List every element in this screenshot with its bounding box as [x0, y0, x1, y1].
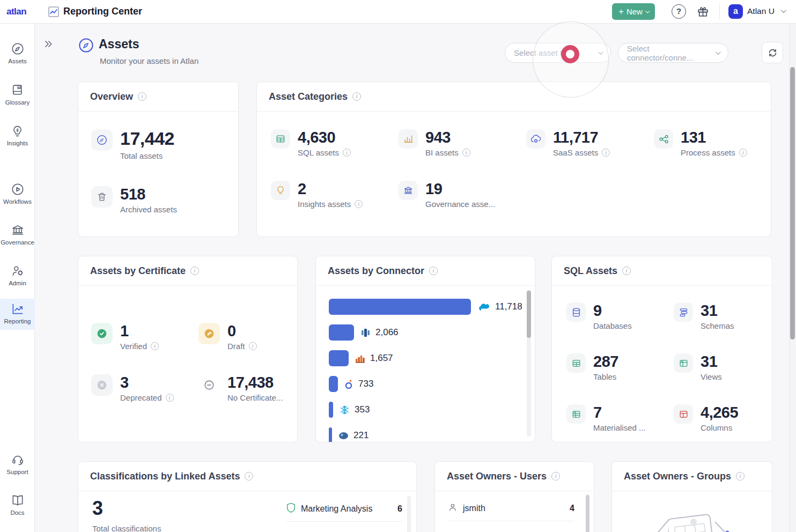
sidebar-item-label: Admin — [0, 280, 35, 286]
bar[interactable] — [329, 324, 354, 341]
info-icon[interactable] — [622, 267, 631, 275]
stat-label: BI assets — [425, 148, 459, 157]
user-menu[interactable]: Atlan U — [747, 6, 775, 16]
bar-value: 733 — [358, 379, 373, 389]
bar-chart-icon — [399, 129, 418, 149]
stat-value: 943 — [425, 129, 470, 145]
sidebar-item-assets[interactable]: Assets — [0, 39, 35, 64]
materialised-view-icon — [566, 404, 586, 424]
bar-row[interactable]: 733 — [329, 376, 373, 392]
list-scrollbar-track[interactable] — [407, 496, 411, 532]
info-icon[interactable] — [739, 149, 747, 157]
stat-label: Views — [701, 372, 722, 381]
asset-type-select[interactable]: Select asset type — [505, 43, 611, 63]
shield-icon — [286, 503, 296, 515]
sidebar: Assets Glossary Insights Workflows Gover… — [0, 24, 35, 532]
info-icon[interactable] — [355, 200, 363, 208]
gift-icon[interactable] — [696, 5, 710, 20]
chevron-down-icon — [645, 9, 650, 13]
chart-scrollbar-thumb[interactable] — [527, 291, 531, 338]
no-certificate-icon — [198, 374, 220, 396]
refresh-button[interactable] — [762, 42, 783, 63]
bar[interactable] — [329, 299, 471, 315]
card-title: Overview — [90, 91, 133, 102]
sidebar-item-label: Insights — [0, 140, 35, 146]
asset-owners-groups-card: Asset Owners - Groups — [611, 461, 772, 532]
bar[interactable] — [329, 427, 332, 442]
stat-value: 11,717 — [553, 129, 610, 145]
info-icon[interactable] — [551, 472, 560, 481]
bar[interactable] — [329, 350, 349, 366]
trash-icon — [91, 186, 113, 208]
info-icon[interactable] — [352, 92, 361, 101]
bar-row[interactable]: 2,066 — [329, 324, 399, 341]
bar-value: 353 — [355, 404, 370, 415]
bar-row[interactable]: 221 — [329, 427, 368, 442]
sidebar-item-workflows[interactable]: Workflows — [0, 179, 35, 205]
info-icon[interactable] — [249, 342, 257, 350]
bar-row[interactable]: 353 — [329, 402, 370, 418]
classification-row[interactable]: Marketing Analysis 6 — [286, 503, 402, 522]
info-icon[interactable] — [166, 394, 174, 402]
info-icon[interactable] — [245, 472, 253, 481]
info-icon[interactable] — [602, 149, 610, 157]
bar-value: 221 — [353, 430, 368, 441]
compass-icon — [91, 129, 113, 151]
user-row[interactable]: jsmith 4 — [448, 503, 574, 521]
stat-value: 4,265 — [701, 404, 738, 420]
info-icon[interactable] — [138, 92, 146, 101]
stat-value: 287 — [593, 353, 618, 370]
bar[interactable] — [329, 402, 333, 418]
connector-select[interactable]: Select connector/conne... — [618, 43, 728, 63]
new-button[interactable]: New — [612, 3, 655, 20]
app-title: Reporting Center — [63, 6, 142, 17]
page-scrollbar-thumb[interactable] — [790, 67, 795, 339]
bar[interactable] — [329, 376, 338, 392]
cloud-icon — [526, 129, 546, 149]
select-placeholder: Select connector/conne... — [627, 44, 716, 62]
bar-value: 1,657 — [370, 353, 393, 364]
stat-value: 0 — [227, 323, 257, 339]
stat-label: Total assets — [120, 151, 163, 160]
atlan-logo[interactable]: atlan — [6, 6, 26, 17]
sidebar-item-insights[interactable]: Insights — [0, 121, 35, 146]
sidebar-item-label: Governance — [0, 239, 35, 246]
sidebar-collapse-icon[interactable] — [43, 39, 54, 51]
bar-row[interactable]: 1,657 — [329, 350, 393, 366]
info-icon[interactable] — [190, 267, 199, 275]
list-scrollbar-thumb[interactable] — [586, 495, 589, 532]
sidebar-item-docs[interactable]: Docs — [0, 490, 35, 516]
card-title: Asset Owners - Groups — [624, 471, 731, 482]
card-title: SQL Assets — [564, 265, 617, 277]
stat-label: Deprecated — [120, 393, 162, 402]
sidebar-item-glossary[interactable]: Glossary — [0, 80, 35, 106]
info-icon[interactable] — [151, 342, 159, 350]
select-placeholder: Select asset type — [514, 48, 575, 57]
sidebar-item-label: Docs — [0, 509, 35, 516]
sidebar-item-support[interactable]: Support — [0, 449, 35, 475]
info-icon[interactable] — [736, 472, 745, 481]
sidebar-item-admin[interactable]: Admin — [0, 261, 35, 286]
sidebar-item-governance[interactable]: Governance — [0, 220, 35, 246]
stat-label: Columns — [701, 423, 732, 432]
page-subtitle: Monitor your assets in Atlan — [100, 56, 198, 65]
new-button-label: New — [627, 7, 643, 16]
info-icon[interactable] — [462, 149, 470, 157]
info-icon[interactable] — [343, 149, 351, 157]
postgres-icon — [338, 432, 349, 440]
stat-label: Draft — [227, 342, 245, 351]
process-icon — [654, 129, 673, 149]
stat-label: No Certificate... — [227, 393, 283, 402]
total-classifications-label: Total classifications — [92, 524, 161, 532]
stat-value: 17,442 — [120, 129, 174, 149]
stat-label: SaaS assets — [553, 148, 598, 157]
stat-label: Databases — [593, 321, 632, 330]
redshift-icon — [355, 354, 365, 363]
bar-row[interactable]: 11,718 — [329, 299, 522, 315]
info-icon[interactable] — [429, 267, 438, 275]
help-icon[interactable] — [672, 4, 686, 19]
stat-label: Governance asse... — [425, 200, 495, 209]
sidebar-item-reporting[interactable]: Reporting — [0, 299, 35, 330]
connector-bar-chart: 11,718 2,066 1,657 7 — [316, 286, 535, 442]
user-avatar[interactable] — [728, 4, 743, 19]
